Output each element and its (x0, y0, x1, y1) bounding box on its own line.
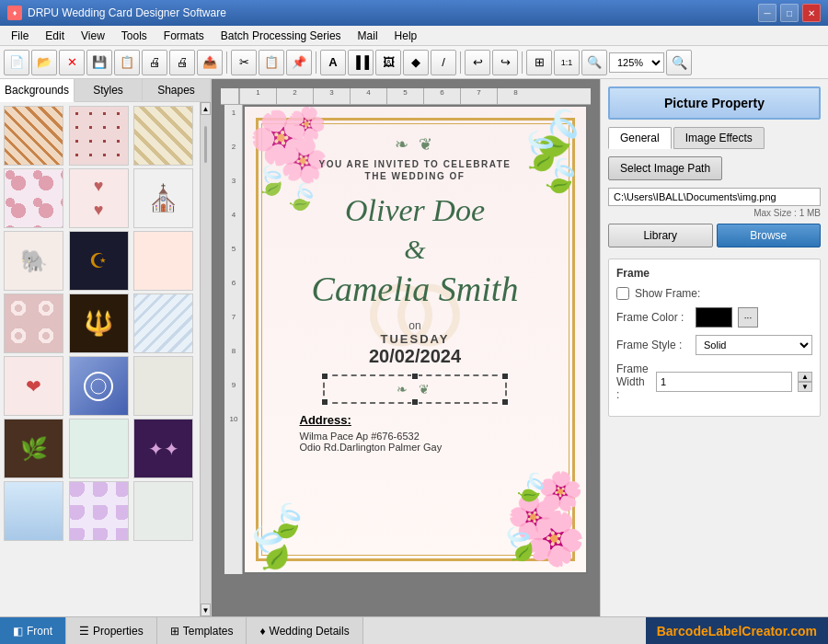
paste-button[interactable]: 📌 (286, 50, 312, 75)
address-line1: Wilma Pace Ap #676-6532 (272, 431, 558, 442)
menu-tools[interactable]: Tools (114, 28, 155, 44)
background-item[interactable] (4, 293, 63, 353)
menu-help[interactable]: Help (387, 28, 425, 44)
close-doc-button[interactable]: ✕ (59, 50, 85, 75)
background-item[interactable]: ❤ (4, 356, 63, 416)
minimize-button[interactable]: ─ (758, 4, 776, 22)
maximize-button[interactable]: □ (780, 4, 799, 22)
tab-front[interactable]: ◧ Front (0, 617, 66, 644)
ratio-button[interactable]: 1:1 (554, 50, 580, 75)
scroll-up-arrow[interactable]: ▲ (201, 102, 211, 115)
background-item[interactable]: ⛪ (133, 168, 193, 228)
background-item[interactable] (4, 168, 63, 228)
tab-wedding-details[interactable]: ♦ Wedding Details (247, 617, 362, 644)
wedding-details-label: Wedding Details (270, 625, 350, 638)
tab-shapes[interactable]: Shapes (143, 79, 211, 101)
background-item[interactable] (133, 231, 193, 291)
wedding-details-icon: ♦ (259, 625, 265, 638)
undo-button[interactable]: ↩ (465, 50, 490, 75)
frame-style-select[interactable]: Solid Dashed Dotted Double (696, 335, 812, 355)
save-button[interactable]: 💾 (86, 50, 112, 75)
ampersand: & (272, 234, 558, 265)
tab-general[interactable]: General (608, 127, 672, 149)
background-item[interactable]: ✦✦ (133, 419, 193, 478)
picture-property-title: Picture Property (608, 86, 821, 120)
zoom-in-button[interactable]: 🔍 (581, 50, 607, 75)
redo-button[interactable]: ↪ (492, 50, 518, 75)
ruler-corner (221, 88, 239, 105)
frame-color-picker-button[interactable]: ··· (738, 307, 758, 328)
tab-templates[interactable]: ⊞ Templates (157, 617, 247, 644)
properties-tab-icon: ☰ (79, 625, 89, 638)
frame-width-down[interactable]: ▼ (798, 382, 812, 392)
shape-button[interactable]: ◆ (403, 50, 429, 75)
panel-content: ♥ ♥ ⛪ 🐘 ☪ 🔱 ❤ (0, 102, 200, 616)
frame-width-up[interactable]: ▲ (798, 372, 812, 382)
title-bar: ♦ DRPU Wedding Card Designer Software ─ … (0, 0, 828, 26)
ruler-container: 1 2 3 4 5 6 7 8 (221, 88, 591, 105)
tab-backgrounds[interactable]: Backgrounds (0, 79, 75, 102)
app-title: DRPU Wedding Card Designer Software (28, 6, 226, 19)
background-item[interactable] (4, 481, 63, 541)
background-item[interactable]: 🐘 (4, 231, 63, 291)
zoom-out-button[interactable]: 🔍 (666, 50, 692, 75)
tab-properties[interactable]: ☰ Properties (66, 617, 157, 644)
selected-element-box[interactable]: ❧ ❦ (323, 374, 507, 404)
background-item[interactable]: 🌿 (4, 419, 63, 478)
close-button[interactable]: ✕ (802, 4, 821, 22)
menu-batch-processing[interactable]: Batch Processing Series (213, 28, 349, 44)
browse-button[interactable]: Browse (717, 224, 822, 247)
background-item[interactable] (69, 356, 129, 416)
menu-edit[interactable]: Edit (38, 28, 72, 44)
show-frame-checkbox[interactable] (616, 287, 629, 300)
menu-file[interactable]: File (4, 28, 36, 44)
toolbar: 📄 📂 ✕ 💾 📋 🖨 🖨 📤 ✂ 📋 📌 A ▐▐ 🖼 ◆ / ↩ ↪ ⊞ 1… (0, 46, 828, 79)
image-path-input[interactable] (608, 188, 821, 206)
open-button[interactable]: 📂 (31, 50, 57, 75)
background-item[interactable]: ☪ (69, 231, 129, 291)
menu-bar: File Edit View Tools Formats Batch Proce… (0, 26, 828, 46)
background-item[interactable] (69, 106, 129, 166)
tab-styles[interactable]: Styles (75, 79, 143, 101)
frame-color-swatch[interactable] (696, 307, 732, 328)
export-button[interactable]: 📤 (197, 50, 223, 75)
templates-tab-icon: ⊞ (170, 625, 179, 638)
scroll-down-arrow[interactable]: ▼ (201, 604, 211, 616)
new-button[interactable]: 📄 (4, 50, 29, 75)
menu-formats[interactable]: Formats (156, 28, 212, 44)
barcode-button[interactable]: ▐▐ (348, 50, 374, 75)
background-item[interactable] (133, 481, 193, 541)
print-button[interactable]: 🖨 (142, 50, 167, 75)
library-button[interactable]: Library (608, 224, 713, 247)
cut-button[interactable]: ✂ (231, 50, 257, 75)
text-button[interactable]: A (320, 50, 346, 75)
background-item[interactable] (4, 106, 63, 166)
background-item[interactable] (133, 293, 193, 353)
card-canvas[interactable]: 🌸 🌸 🌸 🍃 🍃 🍃 🍃 🍃 🌸 🌸 (243, 105, 588, 574)
background-item[interactable] (69, 481, 129, 541)
menu-view[interactable]: View (74, 28, 112, 44)
show-frame-row: Show Frame: (616, 287, 812, 300)
svg-point-1 (91, 379, 106, 394)
app-icon: ♦ (7, 6, 22, 20)
background-item[interactable] (69, 419, 129, 478)
save-as-button[interactable]: 📋 (114, 50, 140, 75)
background-item[interactable] (133, 356, 193, 416)
tab-image-effects[interactable]: Image Effects (673, 127, 765, 149)
background-item[interactable] (133, 106, 193, 166)
menu-mail[interactable]: Mail (351, 28, 385, 44)
frame-width-input[interactable] (656, 372, 792, 392)
background-item[interactable]: ♥ ♥ (69, 168, 129, 228)
copy-button[interactable]: 📋 (259, 50, 284, 75)
align-button[interactable]: ⊞ (526, 50, 552, 75)
line-button[interactable]: / (431, 50, 456, 75)
canvas-wrapper: 1 2 3 4 5 6 7 8 9 10 (224, 105, 588, 574)
scroll-thumb[interactable] (204, 126, 207, 163)
image-button[interactable]: 🖼 (375, 50, 401, 75)
separator-2 (316, 52, 316, 74)
background-item[interactable]: 🔱 (69, 293, 129, 353)
print-preview-button[interactable]: 🖨 (169, 50, 195, 75)
select-image-path-button[interactable]: Select Image Path (608, 156, 722, 180)
zoom-select[interactable]: 125% 100% 75% 50% (609, 52, 664, 73)
frame-style-label: Frame Style : (616, 339, 690, 351)
